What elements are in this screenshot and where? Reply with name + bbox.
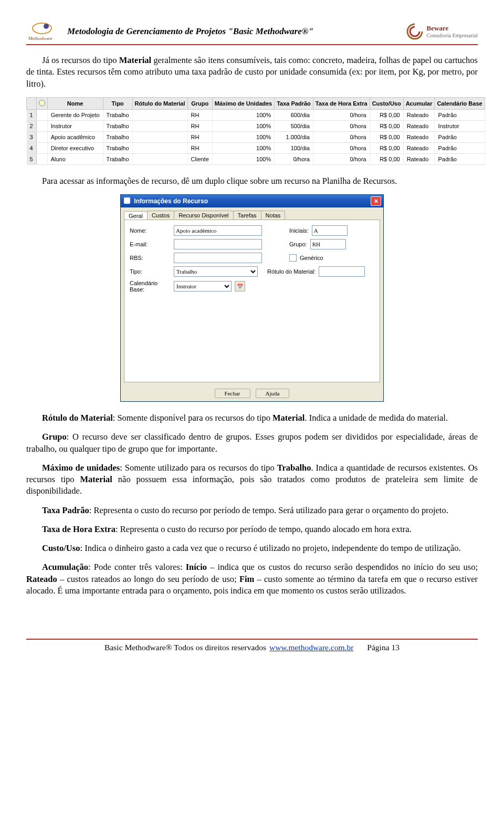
row-number: 1 (27, 109, 37, 120)
table-row[interactable]: 4Diretor executivoTrabalhoRH100%100/dia0… (27, 142, 485, 153)
calbase-select[interactable]: Instrutor (174, 281, 232, 291)
cell-rotulo (132, 142, 187, 153)
cell-taxa: 1.000/dia (275, 131, 313, 142)
cell-grupo: RH (187, 120, 212, 131)
cell-rotulo (132, 131, 187, 142)
generico-label: Genérico (300, 255, 323, 261)
resource-info-dialog: Informações do Recurso ✕ Geral Custos Re… (120, 194, 384, 402)
cell-extra: 0/hora (313, 109, 370, 120)
paragraph-custo-uso: Custo/Uso: Indica o dinheiro gasto a cad… (26, 543, 478, 554)
cell-rotulo (132, 109, 187, 120)
col-nome: Nome (47, 97, 103, 109)
footer-text: Basic Methodware® Todos os direitos rese… (104, 643, 266, 652)
cell-custo: R$ 0,00 (370, 120, 403, 131)
dialog-tabs: Geral Custos Recurso Disponível Tarefas … (121, 207, 383, 220)
ajuda-button[interactable]: Ajuda (256, 389, 290, 398)
cell-taxa: 500/dia (275, 120, 313, 131)
tab-geral[interactable]: Geral (124, 211, 148, 220)
cell-nome: Gerente do Projeto (47, 109, 103, 120)
beware-logo-icon (406, 23, 424, 40)
cell-cal: Instrutor (435, 120, 485, 131)
iniciais-field[interactable] (312, 225, 348, 236)
row-indicator (36, 142, 47, 153)
col-max: Máximo de Unidades (212, 97, 274, 109)
cell-cal: Padrão (435, 142, 485, 153)
svg-text:Methodware: Methodware (28, 36, 52, 41)
cell-max: 100% (212, 153, 274, 164)
cell-tipo: Trabalho (103, 153, 132, 164)
tipo-select[interactable]: Trabalho (174, 266, 258, 277)
paragraph-maximo: Máximo de unidades: Somente utilizado pa… (26, 462, 478, 497)
cell-grupo: RH (187, 142, 212, 153)
cell-extra: 0/hora (313, 120, 370, 131)
footer-page: Página 13 (367, 643, 400, 652)
tipo-label: Tipo: (130, 268, 171, 275)
tab-recurso-disponivel[interactable]: Recurso Disponível (174, 211, 233, 220)
paragraph-access: Para acessar as informações de recurso, … (26, 175, 478, 187)
row-number: 4 (27, 142, 37, 153)
email-field[interactable] (174, 239, 262, 249)
table-rownum-header (27, 97, 37, 109)
tab-tarefas[interactable]: Tarefas (233, 211, 261, 220)
cell-cal: Padrão (435, 153, 485, 164)
row-indicator (36, 109, 47, 120)
cell-rotulo (132, 153, 187, 164)
row-indicator (36, 120, 47, 131)
close-icon[interactable]: ✕ (371, 196, 381, 206)
beware-logo-sub: Consultoria Empresarial (427, 33, 478, 38)
info-icon (39, 100, 45, 106)
cell-tipo: Trabalho (103, 142, 132, 153)
col-acum: Acumular (403, 97, 435, 109)
table-row[interactable]: 2InstrutorTrabalhoRH100%500/dia0/horaR$ … (27, 120, 485, 131)
col-tipo: Tipo (103, 97, 132, 109)
col-grupo: Grupo (187, 97, 212, 109)
paragraph-intro: Já os recursos do tipo Material geralmen… (26, 55, 478, 90)
cell-custo: R$ 0,00 (370, 131, 403, 142)
rbs-label: RBS: (130, 255, 171, 261)
beware-logo: Beware Consultoria Empresarial (406, 23, 478, 40)
tab-notas[interactable]: Notas (261, 211, 286, 220)
calendar-icon[interactable]: 📅 (235, 281, 245, 291)
paragraph-acumulacao: Acumulação: Pode conter três valores: In… (26, 561, 478, 597)
beware-logo-title: Beware (427, 25, 478, 32)
fechar-button[interactable]: Fechar (215, 389, 250, 398)
table-header-row: Nome Tipo Rótulo do Material Grupo Máxim… (27, 97, 485, 109)
grupo-field[interactable] (310, 239, 346, 249)
col-custo: Custo/Uso (370, 97, 403, 109)
cell-acum: Rateado (403, 142, 435, 153)
cell-taxa: 100/dia (275, 142, 313, 153)
table-indicator-header (36, 97, 47, 109)
methodware-logo-icon: Methodware (26, 21, 63, 42)
table-row[interactable]: 3Apoio acadêmicoTrabalhoRH100%1.000/dia0… (27, 131, 485, 142)
cell-extra: 0/hora (313, 142, 370, 153)
rotulo-field[interactable] (319, 266, 365, 277)
col-taxa: Taxa Padrão (275, 97, 313, 109)
cell-tipo: Trabalho (103, 120, 132, 131)
cell-tipo: Trabalho (103, 109, 132, 120)
tab-custos[interactable]: Custos (147, 211, 174, 220)
cell-acum: Rateado (403, 131, 435, 142)
nome-label: Nome: (130, 227, 171, 234)
cell-nome: Instrutor (47, 120, 103, 131)
svg-point-0 (33, 23, 51, 34)
nome-field[interactable] (174, 225, 262, 236)
table-row[interactable]: 5AlunoTrabalhoCliente100%0/hora0/horaR$ … (27, 153, 485, 164)
cell-custo: R$ 0,00 (370, 109, 403, 120)
dialog-title: Informações do Recurso (124, 197, 208, 205)
cell-grupo: RH (187, 131, 212, 142)
dialog-titlebar[interactable]: Informações do Recurso ✕ (121, 195, 383, 207)
cell-max: 100% (212, 120, 274, 131)
generico-checkbox[interactable] (289, 254, 297, 262)
cell-grupo: RH (187, 109, 212, 120)
paragraph-taxa-extra: Taxa de Hora Extra: Representa o custo d… (26, 524, 478, 535)
cell-tipo: Trabalho (103, 131, 132, 142)
row-number: 3 (27, 131, 37, 142)
cell-acum: Rateado (403, 109, 435, 120)
rbs-field[interactable] (174, 253, 262, 263)
table-row[interactable]: 1Gerente do ProjetoTrabalhoRH100%600/dia… (27, 109, 485, 120)
cell-nome: Aluno (47, 153, 103, 164)
footer-link[interactable]: www.methodware.com.br (269, 643, 353, 652)
cell-rotulo (132, 120, 187, 131)
cell-cal: Padrão (435, 131, 485, 142)
grupo-label: Grupo: (289, 241, 307, 247)
